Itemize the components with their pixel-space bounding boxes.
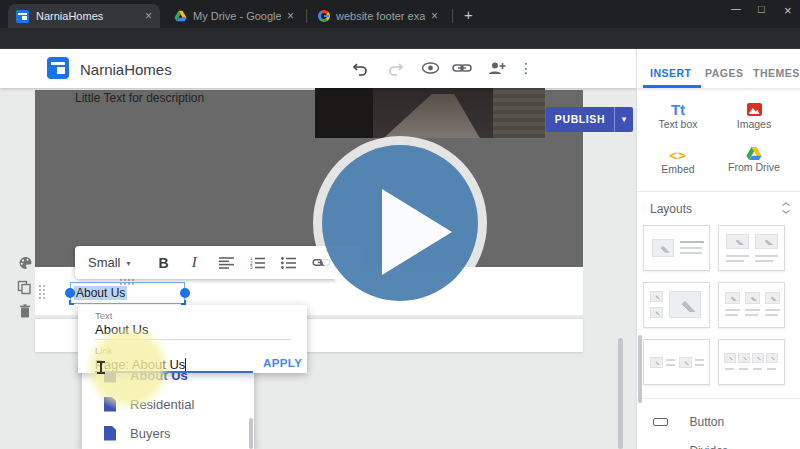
collapse-layouts-icon[interactable] xyxy=(781,202,791,214)
preview-eye-icon[interactable] xyxy=(421,60,440,76)
duplicate-section-icon[interactable] xyxy=(17,280,32,295)
images-label: Images xyxy=(719,118,789,130)
svg-text:3: 3 xyxy=(250,265,253,269)
minimize-button[interactable]: — xyxy=(731,3,741,14)
align-button[interactable] xyxy=(219,257,234,269)
video-play-overlay[interactable] xyxy=(313,136,487,310)
insert-images[interactable]: Images xyxy=(719,101,789,130)
close-window-button[interactable]: × xyxy=(784,3,792,18)
tab-separator xyxy=(306,9,307,23)
link-edit-popup: Text About Us Link Page: About Us APPLY xyxy=(78,305,307,373)
add-editors-icon[interactable] xyxy=(486,60,506,76)
page-option-residential[interactable]: Residential xyxy=(82,390,254,418)
canvas-scrollbar[interactable] xyxy=(618,338,623,449)
bold-button[interactable]: B xyxy=(159,255,169,271)
text-caret xyxy=(185,358,186,371)
browser-nav-bar: ← → ↻ ⌂ https://sites.google.com/s/156ZX… xyxy=(0,28,800,49)
tab-insert[interactable]: INSERT xyxy=(650,67,692,79)
button-icon xyxy=(653,418,668,426)
insert-sidebar: INSERT PAGES THEMES Tt Text box Images <… xyxy=(636,49,800,449)
play-icon xyxy=(382,189,452,275)
font-size-caret-icon[interactable]: ▾ xyxy=(127,259,131,268)
section-theme-palette-icon[interactable] xyxy=(18,256,33,270)
numbered-list-button[interactable]: 123 xyxy=(250,257,265,269)
text-field-label: Text xyxy=(95,310,112,321)
layout-card-gallery-left[interactable] xyxy=(643,282,710,328)
selected-text[interactable]: About Us xyxy=(74,286,127,300)
selection-handle-right[interactable] xyxy=(180,288,190,298)
publish-button[interactable]: PUBLISH ▾ xyxy=(546,107,633,132)
delete-section-icon[interactable] xyxy=(19,304,31,318)
tab-themes[interactable]: THEMES xyxy=(753,67,800,79)
insert-divider-row[interactable]: Divider xyxy=(653,441,727,449)
tab-footer-examples[interactable]: website footer examples - Goog × xyxy=(310,4,446,28)
editor-canvas: Little Text for description Small ▾ B I xyxy=(0,49,636,449)
publish-label[interactable]: PUBLISH xyxy=(546,107,615,132)
insert-button-row[interactable]: Button xyxy=(653,412,724,430)
maximize-button[interactable]: □ xyxy=(758,3,765,15)
layout-card-two-pairs[interactable] xyxy=(643,339,710,385)
text-box-icon: Tt xyxy=(643,101,713,118)
copy-link-icon[interactable] xyxy=(452,61,472,75)
tab-close-icon[interactable]: × xyxy=(431,10,438,22)
browser-window: NarniaHomes × My Drive - Google Drive × … xyxy=(0,0,800,449)
footer-description-text[interactable]: Little Text for description xyxy=(75,91,204,105)
street-photo[interactable] xyxy=(315,86,545,138)
link-field-input[interactable]: Page: About Us xyxy=(95,357,186,372)
publish-dropdown-icon[interactable]: ▾ xyxy=(615,107,633,132)
new-tab-button[interactable]: + xyxy=(464,6,473,23)
font-size-select[interactable]: Small xyxy=(88,255,121,270)
insert-text-box[interactable]: Tt Text box xyxy=(643,101,713,130)
site-title[interactable]: NarniaHomes xyxy=(80,61,172,78)
insert-embed[interactable]: <> Embed xyxy=(643,148,713,175)
from-drive-label: From Drive xyxy=(719,161,789,173)
page-icon xyxy=(104,426,116,441)
images-icon xyxy=(747,103,762,116)
bulleted-list-button[interactable] xyxy=(281,257,296,269)
dropdown-scrollbar[interactable] xyxy=(249,418,253,449)
browser-tab-bar: NarniaHomes × My Drive - Google Drive × … xyxy=(0,0,800,28)
tab-title: My Drive - Google Drive xyxy=(193,10,281,22)
embed-label: Embed xyxy=(643,163,713,175)
tab-title: website footer examples - Goog xyxy=(336,10,425,22)
link-field-underline xyxy=(95,371,253,373)
button-label: Button xyxy=(689,415,724,429)
page-icon xyxy=(104,397,116,412)
tab-close-icon[interactable]: × xyxy=(287,10,294,22)
sites-favicon xyxy=(16,10,29,23)
redo-icon[interactable] xyxy=(387,61,404,76)
tab-title: NarniaHomes xyxy=(36,10,139,22)
tab-close-icon[interactable]: × xyxy=(145,10,152,22)
editor-more-icon[interactable]: ⋮ xyxy=(519,60,533,76)
layout-card-image-text[interactable] xyxy=(643,225,710,271)
sidebar-scrollbar[interactable] xyxy=(638,335,642,403)
page-suggestions-dropdown: About Us Residential Buyers xyxy=(82,360,254,449)
play-button-circle[interactable] xyxy=(322,145,478,301)
tab-narniahomes[interactable]: NarniaHomes × xyxy=(8,4,160,28)
selection-handle-left[interactable] xyxy=(65,288,75,298)
selected-text-element[interactable]: About Us xyxy=(70,282,185,304)
text-field-value[interactable]: About Us xyxy=(95,322,148,337)
text-box-label: Text box xyxy=(643,118,713,130)
google-sites-logo xyxy=(47,57,69,79)
ibeam-cursor xyxy=(97,361,105,376)
text-field-underline xyxy=(95,339,291,340)
tab-my-drive[interactable]: My Drive - Google Drive × xyxy=(166,4,302,28)
italic-button[interactable]: I xyxy=(192,254,197,271)
undo-icon[interactable] xyxy=(352,61,369,76)
insert-from-drive[interactable]: From Drive xyxy=(719,146,789,173)
drive-favicon xyxy=(174,10,187,22)
layout-card-two-images[interactable] xyxy=(718,225,785,271)
drive-icon xyxy=(746,146,762,161)
layouts-section-title: Layouts xyxy=(650,202,692,216)
google-favicon xyxy=(318,10,330,22)
layout-card-four-columns[interactable] xyxy=(718,339,785,385)
apply-button[interactable]: APPLY xyxy=(263,357,302,369)
tab-pages[interactable]: PAGES xyxy=(705,67,743,79)
element-drag-handle[interactable] xyxy=(38,284,46,300)
layout-card-three-columns[interactable] xyxy=(718,282,785,328)
element-top-drag-handle[interactable] xyxy=(119,278,135,285)
page-option-buyers[interactable]: Buyers xyxy=(82,419,254,447)
link-field-label: Link xyxy=(95,345,112,356)
divider-label: Divider xyxy=(689,444,726,449)
